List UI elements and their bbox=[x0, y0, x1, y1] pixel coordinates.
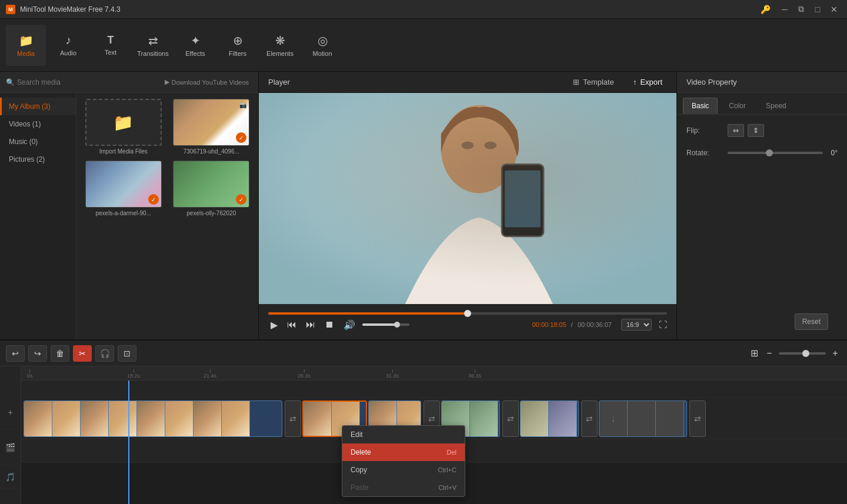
svg-rect-3 bbox=[505, 171, 541, 228]
property-content: Flip: ⇔ ⇕ Rotate: 0° bbox=[677, 115, 847, 166]
check-badge-3: ✓ bbox=[236, 194, 246, 205]
template-button[interactable]: ⊞ Template bbox=[568, 75, 619, 89]
export-button[interactable]: ↑ Export bbox=[628, 75, 667, 89]
minimize-button[interactable]: ─ bbox=[778, 4, 792, 15]
video-frame bbox=[259, 93, 676, 304]
transition-arrow-4[interactable]: ⇄ bbox=[581, 400, 598, 437]
volume-thumb[interactable] bbox=[394, 322, 400, 328]
media-label: Media bbox=[17, 50, 35, 57]
video-content bbox=[259, 93, 676, 304]
toolbar-filters[interactable]: ⊕ Filters bbox=[218, 25, 258, 66]
clip-frame-2 bbox=[52, 401, 81, 436]
reset-button[interactable]: Reset bbox=[795, 313, 828, 330]
rotate-thumb[interactable] bbox=[766, 149, 773, 156]
svg-point-5 bbox=[484, 142, 496, 149]
ctx-edit[interactable]: Edit bbox=[342, 426, 465, 443]
media-item-video1[interactable]: 📷 ✓ 7306719-uhd_4096... bbox=[171, 99, 253, 155]
track-clip-6[interactable]: ↓ bbox=[599, 400, 687, 437]
progress-bar[interactable] bbox=[268, 312, 667, 315]
media-grid: 📁 Import Media Files 📷 ✓ 7306719-uhd_409… bbox=[76, 93, 258, 339]
fullscreen-button[interactable]: ⛶ bbox=[659, 320, 667, 329]
toolbar-text[interactable]: T Text bbox=[91, 25, 131, 66]
template-icon: ⊞ bbox=[573, 78, 579, 86]
toolbar-effects[interactable]: ✦ Effects bbox=[175, 25, 215, 66]
tab-color[interactable]: Color bbox=[720, 98, 755, 114]
ctx-delete[interactable]: Delete Del bbox=[342, 443, 465, 461]
timeline-main: 0s 18.2s 21.4s 26.3s 31.3s 36.3s bbox=[21, 366, 847, 504]
media-item-video3[interactable]: ✓ pexels-olly-762020 bbox=[171, 161, 253, 216]
motion-icon: ◎ bbox=[318, 34, 328, 48]
zoom-out-button[interactable]: − bbox=[763, 348, 775, 359]
cut-button[interactable]: ✂ bbox=[73, 345, 92, 362]
maximize-button[interactable]: □ bbox=[811, 4, 825, 15]
toolbar-elements[interactable]: ❋ Elements bbox=[260, 25, 300, 66]
play-button[interactable]: ▶ bbox=[268, 318, 280, 332]
toolbar-motion[interactable]: ◎ Motion bbox=[302, 25, 342, 66]
next-frame-button[interactable]: ⏭ bbox=[304, 318, 318, 331]
transition-arrow-5[interactable]: ⇄ bbox=[689, 400, 706, 437]
redo-button[interactable]: ↪ bbox=[28, 345, 47, 362]
track-clip-1[interactable] bbox=[24, 400, 282, 437]
media-thumb-video1[interactable]: 📷 ✓ bbox=[173, 99, 249, 146]
detach-audio-button[interactable]: 🎧 bbox=[95, 345, 114, 362]
search-input[interactable] bbox=[17, 78, 88, 86]
ctx-copy[interactable]: Copy Ctrl+C bbox=[342, 461, 465, 479]
media-item-video2[interactable]: ✓ pexels-a-darmel-90... bbox=[82, 161, 165, 216]
zoom-fit-button[interactable]: ⊞ bbox=[748, 348, 760, 359]
zoom-slider[interactable] bbox=[779, 352, 826, 355]
ctx-edit-label: Edit bbox=[351, 430, 363, 439]
search-box[interactable]: 🔍 bbox=[6, 78, 156, 86]
tab-speed[interactable]: Speed bbox=[757, 98, 795, 114]
rotate-slider[interactable] bbox=[728, 152, 823, 154]
add-media-icon[interactable]: + bbox=[0, 395, 21, 430]
toolbar-audio[interactable]: ♪ Audio bbox=[48, 25, 88, 66]
media-thumb-video3[interactable]: ✓ bbox=[173, 161, 249, 208]
content-area: 🔍 ▶ Download YouTube Videos My Album (3)… bbox=[0, 72, 847, 339]
media-icon: 📁 bbox=[19, 34, 34, 48]
import-media-item[interactable]: 📁 Import Media Files bbox=[82, 99, 165, 155]
pro-icon: 🔑 bbox=[761, 5, 771, 14]
effects-icon: ✦ bbox=[191, 34, 201, 48]
close-button[interactable]: ✕ bbox=[827, 4, 841, 15]
tab-basic[interactable]: Basic bbox=[683, 98, 718, 114]
transition-arrow-1[interactable]: ⇄ bbox=[285, 400, 301, 437]
toolbar-transitions[interactable]: ⇄ Transitions bbox=[133, 25, 173, 66]
stop-button[interactable]: ⏹ bbox=[322, 318, 336, 331]
timeline-ruler: 0s 18.2s 21.4s 26.3s 31.3s 36.3s bbox=[21, 366, 847, 380]
playhead[interactable] bbox=[128, 380, 129, 504]
media-thumb-video2[interactable]: ✓ bbox=[85, 161, 162, 208]
progress-thumb[interactable] bbox=[464, 310, 471, 317]
transition-arrow-3[interactable]: ⇄ bbox=[502, 400, 519, 437]
prev-frame-button[interactable]: ⏮ bbox=[285, 318, 299, 331]
yt-download-label: Download YouTube Videos bbox=[172, 79, 249, 86]
undo-button[interactable]: ↩ bbox=[6, 345, 25, 362]
sidebar-item-videos[interactable]: Videos (1) bbox=[0, 115, 76, 133]
flip-horizontal-button[interactable]: ⇔ bbox=[728, 124, 744, 137]
window-controls: ─ ⧉ □ ✕ bbox=[778, 4, 841, 15]
media-label-video2: pexels-a-darmel-90... bbox=[96, 210, 151, 216]
sidebar-item-album[interactable]: My Album (3) bbox=[0, 98, 76, 115]
toolbar-media[interactable]: 📁 Media bbox=[6, 25, 46, 66]
import-media-thumb[interactable]: 📁 bbox=[85, 99, 162, 146]
restore-button[interactable]: ⧉ bbox=[794, 4, 808, 15]
audio-icon: ♪ bbox=[65, 34, 71, 47]
media-content: My Album (3) Videos (1) Music (0) Pictur… bbox=[0, 93, 258, 339]
delete-button[interactable]: 🗑 bbox=[51, 345, 69, 362]
crop-button[interactable]: ⊡ bbox=[118, 345, 136, 362]
sidebar-item-music[interactable]: Music (0) bbox=[0, 133, 76, 151]
flip-vertical-button[interactable]: ⇕ bbox=[748, 124, 764, 137]
panel-title: Video Property bbox=[686, 78, 737, 86]
volume-button[interactable]: 🔊 bbox=[341, 318, 358, 332]
track-clip-5[interactable] bbox=[520, 400, 579, 437]
ruler-mark-4: 31.3s bbox=[386, 369, 399, 379]
clip-frame-w3 bbox=[656, 401, 684, 436]
music-track-icon: 🎵 bbox=[0, 465, 21, 489]
zoom-thumb[interactable] bbox=[802, 350, 809, 357]
volume-slider[interactable] bbox=[362, 323, 409, 326]
sidebar-item-pictures[interactable]: Pictures (2) bbox=[0, 151, 76, 168]
aspect-ratio-select[interactable]: 16:9 9:16 1:1 4:3 bbox=[621, 319, 652, 331]
yt-download-button[interactable]: ▶ Download YouTube Videos bbox=[161, 77, 253, 87]
transitions-icon: ⇄ bbox=[148, 34, 158, 48]
right-panel-header: Video Property bbox=[677, 72, 847, 93]
zoom-in-button[interactable]: + bbox=[829, 348, 841, 359]
